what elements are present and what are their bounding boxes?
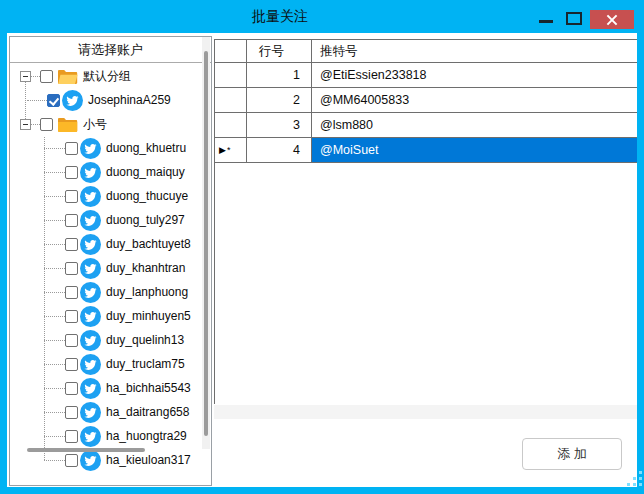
checkbox[interactable] xyxy=(40,70,53,83)
checkbox[interactable] xyxy=(65,430,78,443)
tree-account-row[interactable]: duong_thucuye xyxy=(10,184,202,208)
handle-cell[interactable]: @EtiEssien233818 xyxy=(312,63,637,87)
handle-cell[interactable]: @MM64005833 xyxy=(312,88,637,112)
tree-connector xyxy=(44,388,65,389)
table-row[interactable]: ▶*4@MoiSuet xyxy=(215,138,637,163)
tree-item-label: duong_maiquy xyxy=(106,165,185,179)
folder-icon xyxy=(57,116,78,133)
dialog-content: 请选择账户 默认分组JosephinaA259小号duong_khuetrudu… xyxy=(7,33,637,487)
tree-item-label: ha_huongtra29 xyxy=(106,429,187,443)
table-row[interactable]: 2@MM64005833 xyxy=(215,88,637,113)
tree-item-label: duy_quelinh13 xyxy=(106,333,184,347)
tree-account-row[interactable]: duong_maiquy xyxy=(10,160,202,184)
tree-group-row[interactable]: 默认分组 xyxy=(10,64,202,88)
checkbox[interactable] xyxy=(65,406,78,419)
table-horizontal-scrollbar[interactable] xyxy=(214,405,637,419)
tree-connector xyxy=(31,124,40,125)
handle-cell[interactable]: @lsm880 xyxy=(312,113,637,137)
collapse-icon[interactable] xyxy=(20,71,31,82)
title-bar: 批量关注 xyxy=(0,0,644,33)
checkbox[interactable] xyxy=(65,358,78,371)
tree-connector xyxy=(44,340,65,341)
twitter-icon xyxy=(80,258,101,279)
twitter-icon xyxy=(80,306,101,327)
twitter-icon xyxy=(80,330,101,351)
row-header-cell[interactable]: ▶* xyxy=(215,138,247,162)
checkbox[interactable] xyxy=(65,286,78,299)
row-header-cell[interactable] xyxy=(215,63,247,87)
checkbox[interactable] xyxy=(65,382,78,395)
twitter-icon xyxy=(80,186,101,207)
tree-item-label: JosephinaA259 xyxy=(88,93,171,107)
twitter-icon xyxy=(80,450,101,471)
row-header-cell[interactable] xyxy=(215,88,247,112)
tree-item-label: duy_minhuyen5 xyxy=(106,309,191,323)
twitter-icon xyxy=(80,210,101,231)
tree-account-row[interactable]: ha_bichhai5543 xyxy=(10,376,202,400)
checkbox[interactable] xyxy=(65,238,78,251)
checkbox[interactable] xyxy=(65,142,78,155)
tree-connector-line xyxy=(25,82,26,119)
folder-open-icon xyxy=(57,68,78,85)
table-row[interactable]: 3@lsm880 xyxy=(215,113,637,138)
tree-item-label: duy_khanhtran xyxy=(106,261,185,275)
tree-item-label: ha_kieuloan317 xyxy=(106,453,191,467)
tree-connector xyxy=(44,148,65,149)
tree-account-row[interactable]: ha_daitrang658 xyxy=(10,400,202,424)
checkbox[interactable] xyxy=(65,214,78,227)
row-header-cell[interactable] xyxy=(215,113,247,137)
twitter-icon xyxy=(80,354,101,375)
tree-item-label: 默认分组 xyxy=(83,68,131,85)
tree-account-row[interactable]: duy_truclam75 xyxy=(10,352,202,376)
add-button[interactable]: 添 加 xyxy=(522,438,622,470)
tree-item-label: duong_tuly297 xyxy=(106,213,185,227)
tree-account-row[interactable]: JosephinaA259 xyxy=(10,88,202,112)
tree-connector-line xyxy=(44,137,45,460)
collapse-icon[interactable] xyxy=(20,119,31,130)
tree-connector xyxy=(44,244,65,245)
tree-item-label: duong_thucuye xyxy=(106,189,188,203)
row-number-cell[interactable]: 2 xyxy=(247,88,312,112)
close-button[interactable] xyxy=(590,10,634,29)
checkbox[interactable] xyxy=(65,166,78,179)
tree-item-label: 小号 xyxy=(83,116,107,133)
tree-account-row[interactable]: duy_quelinh13 xyxy=(10,328,202,352)
row-number-cell[interactable]: 3 xyxy=(247,113,312,137)
tree-connector xyxy=(44,436,65,437)
checkbox[interactable] xyxy=(65,190,78,203)
tree-connector xyxy=(44,460,65,461)
tree-connector xyxy=(44,268,65,269)
window-title: 批量关注 xyxy=(0,0,560,33)
minimize-button[interactable] xyxy=(539,20,553,23)
tree-vertical-scrollbar[interactable] xyxy=(202,37,210,449)
tree-horizontal-scrollbar-thumb[interactable] xyxy=(27,448,145,452)
checkbox[interactable] xyxy=(65,454,78,467)
tree-account-row[interactable]: duy_khanhtran xyxy=(10,256,202,280)
tree-connector xyxy=(44,412,65,413)
tree-item-label: duy_bachtuyet8 xyxy=(106,237,191,251)
checkbox[interactable] xyxy=(65,262,78,275)
tree-account-row[interactable]: duy_lanphuong xyxy=(10,280,202,304)
tree-connector xyxy=(44,364,65,365)
account-tree-panel: 请选择账户 默认分组JosephinaA259小号duong_khuetrudu… xyxy=(9,36,212,486)
maximize-button[interactable] xyxy=(566,12,582,25)
checkbox[interactable] xyxy=(65,334,78,347)
checkbox[interactable] xyxy=(40,118,53,131)
tree-account-row[interactable]: ha_huongtra29 xyxy=(10,424,202,448)
table-row[interactable]: 1@EtiEssien233818 xyxy=(215,63,637,88)
tree-account-row[interactable]: duy_bachtuyet8 xyxy=(10,232,202,256)
tree-account-row[interactable]: duong_tuly297 xyxy=(10,208,202,232)
row-number-cell[interactable]: 4 xyxy=(247,138,312,162)
tree-item-label: duong_khuetru xyxy=(106,141,186,155)
twitter-icon xyxy=(80,282,101,303)
tree-vertical-scrollbar-thumb[interactable] xyxy=(204,51,208,436)
dialog-window: 批量关注 请选择账户 默认分组JosephinaA259小号duong_khue… xyxy=(0,0,644,494)
tree-account-row[interactable]: duy_minhuyen5 xyxy=(10,304,202,328)
checkbox[interactable] xyxy=(65,310,78,323)
tree-group-row[interactable]: 小号 xyxy=(10,112,202,136)
twitter-icon xyxy=(80,402,101,423)
tree-account-row[interactable]: duong_khuetru xyxy=(10,136,202,160)
row-number-cell[interactable]: 1 xyxy=(247,63,312,87)
handle-cell[interactable]: @MoiSuet xyxy=(312,138,637,162)
checkbox[interactable] xyxy=(47,94,60,107)
